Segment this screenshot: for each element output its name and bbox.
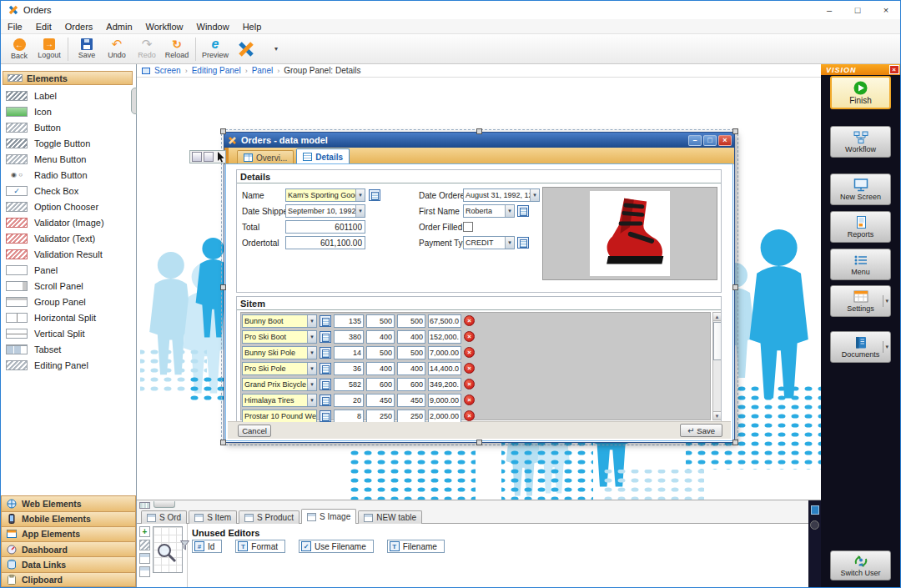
sitem-price-input[interactable]: 250	[366, 410, 395, 423]
resize-handle[interactable]	[476, 440, 482, 445]
sitem-price-input[interactable]: 400	[366, 362, 395, 375]
sitem-name-select[interactable]: Pro Ski Boot	[242, 330, 317, 344]
resize-handle[interactable]	[220, 440, 226, 445]
menu-help[interactable]: Help	[243, 22, 262, 32]
maximize-button[interactable]: □	[843, 1, 872, 19]
sitem-qty-input[interactable]: 380	[334, 330, 364, 344]
delete-row-icon[interactable]	[464, 410, 475, 421]
resize-handle[interactable]	[476, 128, 482, 134]
sitem-name-select[interactable]: Grand Prix Bicycle	[242, 378, 317, 391]
copy-icon[interactable]	[320, 363, 331, 374]
vision-close-icon[interactable]	[889, 65, 899, 74]
breadcrumb-group-panel-details[interactable]: Group Panel: Details	[284, 66, 360, 75]
table-view-icon[interactable]	[139, 553, 150, 564]
resize-handle[interactable]	[220, 128, 226, 134]
settings-button[interactable]: Settings	[830, 285, 891, 317]
table-list-icon[interactable]	[139, 502, 150, 509]
menu-button[interactable]: Menu	[830, 249, 891, 280]
palette-item-menu-button[interactable]: Menu Button	[3, 151, 133, 167]
section-web-elements[interactable]: Web Elements	[1, 495, 136, 510]
menu-file[interactable]: File	[8, 22, 23, 32]
order-filled-checkbox[interactable]	[463, 222, 473, 232]
tab-overview[interactable]: Overvi...	[237, 150, 294, 164]
dialog-maximize-button[interactable]: □	[703, 135, 717, 146]
elements-palette-header[interactable]: Elements	[3, 71, 133, 85]
back-button[interactable]: Back	[4, 35, 34, 63]
ordertotal-input[interactable]: 601,100.00	[285, 236, 365, 249]
palette-item-radio-button[interactable]: Radio Button	[3, 167, 133, 183]
document-dock-icon[interactable]	[811, 505, 819, 515]
sitem-total-input[interactable]: 152,000.	[428, 330, 461, 344]
copy-icon[interactable]	[320, 379, 331, 390]
tab-s-image[interactable]: S Image	[301, 509, 356, 524]
chevron-down-icon[interactable]	[307, 395, 316, 406]
dock-circle-icon[interactable]	[810, 520, 819, 530]
payment-type-select[interactable]: CREDIT	[463, 236, 515, 249]
sitem-price2-input[interactable]: 400	[397, 362, 425, 375]
sitem-price-input[interactable]: 450	[366, 394, 395, 407]
resize-handle[interactable]	[220, 284, 226, 290]
copy-icon[interactable]	[517, 205, 529, 217]
chevron-down-icon[interactable]	[355, 189, 365, 201]
menu-workflow[interactable]: Workflow	[146, 22, 184, 32]
switch-user-button[interactable]: Switch User	[830, 550, 891, 580]
menu-admin[interactable]: Admin	[106, 22, 132, 32]
editor-chip-use-filename[interactable]: ✓Use Filename	[299, 540, 374, 553]
tab-s-item[interactable]: S Item	[189, 510, 237, 524]
tab-s-product[interactable]: S Product	[239, 510, 299, 524]
palette-item-scroll-panel[interactable]: Scroll Panel	[3, 278, 133, 294]
breadcrumb-panel[interactable]: Panel	[252, 66, 274, 75]
sitem-price-input[interactable]: 600	[366, 378, 395, 391]
name-select[interactable]: Kam's Sporting Good	[285, 188, 365, 202]
palette-item-validation-result[interactable]: Validation Result	[3, 246, 133, 262]
chevron-down-icon[interactable]	[307, 363, 316, 374]
copy-icon[interactable]	[517, 237, 529, 249]
chevron-down-icon[interactable]	[505, 237, 514, 249]
palette-item-tabset[interactable]: Tabset	[3, 341, 133, 357]
resize-handle[interactable]	[732, 128, 738, 134]
palette-item-icon[interactable]: Icon	[3, 103, 133, 119]
mini-tool-icon[interactable]	[192, 152, 202, 162]
palette-item-validator-image[interactable]: Validator (Image)	[3, 214, 133, 230]
resize-handle[interactable]	[732, 284, 738, 290]
palette-item-editing-panel[interactable]: Editing Panel	[3, 357, 133, 373]
save-button[interactable]: Save	[72, 35, 102, 63]
chevron-down-icon[interactable]	[355, 205, 365, 217]
palette-item-check-box[interactable]: Check Box	[3, 183, 133, 199]
sitem-qty-input[interactable]: 582	[334, 378, 364, 391]
sitem-name-select[interactable]: Pro Ski Pole	[242, 362, 317, 375]
copy-icon[interactable]	[320, 410, 331, 422]
scrollbar-thumb[interactable]	[713, 322, 722, 360]
chevron-down-icon[interactable]	[530, 189, 539, 201]
workflow-button[interactable]: Workflow	[830, 126, 891, 158]
copy-icon[interactable]	[320, 347, 331, 359]
chevron-down-icon[interactable]	[307, 347, 316, 359]
design-canvas[interactable]: Screen › Editing Panel › Panel › Group P…	[137, 64, 821, 587]
sitem-total-input[interactable]: 7,000.00	[428, 346, 461, 359]
delete-row-icon[interactable]	[464, 331, 475, 342]
sitem-total-input[interactable]: 2,000.00	[428, 410, 461, 423]
editor-chip-format[interactable]: TFormat	[235, 540, 285, 553]
delete-row-icon[interactable]	[464, 379, 475, 389]
sitem-price-input[interactable]: 500	[366, 346, 395, 359]
palette-item-button[interactable]: Button	[3, 119, 133, 135]
reload-button[interactable]: Reload	[162, 35, 192, 63]
total-input[interactable]: 601100	[285, 220, 365, 234]
sitem-price2-input[interactable]: 600	[397, 378, 425, 391]
tab-s-ord[interactable]: S Ord	[141, 510, 187, 524]
dialog-minimize-button[interactable]: –	[688, 135, 702, 146]
sitem-price2-input[interactable]: 250	[397, 410, 425, 423]
new-screen-button[interactable]: New Screen	[830, 173, 891, 205]
copy-icon[interactable]	[320, 331, 331, 343]
chevron-down-icon[interactable]	[505, 205, 514, 217]
palette-item-label[interactable]: Label	[3, 88, 133, 103]
chevron-down-icon[interactable]	[316, 410, 317, 422]
menu-orders[interactable]: Orders	[65, 22, 93, 32]
delete-row-icon[interactable]	[464, 347, 475, 358]
copy-icon[interactable]	[369, 189, 380, 201]
tab-new-table[interactable]: NEW table	[358, 510, 422, 524]
section-app-elements[interactable]: App Elements	[1, 526, 136, 541]
editor-chip-id[interactable]: #Id	[192, 540, 222, 553]
delete-row-icon[interactable]	[464, 395, 475, 405]
sitem-price2-input[interactable]: 500	[397, 314, 425, 328]
